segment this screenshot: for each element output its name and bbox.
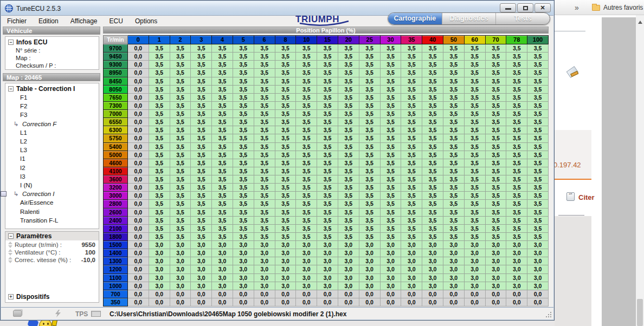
map-cell[interactable]: 3,5 xyxy=(422,44,443,53)
map-cell[interactable]: 3,5 xyxy=(359,200,381,208)
column-header-3[interactable]: 3 xyxy=(191,35,212,44)
row-header-2400[interactable]: 2400 xyxy=(103,217,128,225)
map-cell[interactable]: 3,5 xyxy=(381,61,402,69)
map-cell[interactable]: 3,5 xyxy=(317,134,338,142)
map-cell[interactable]: 0,0 xyxy=(296,298,317,307)
row-header-1800[interactable]: 1800 xyxy=(103,233,128,241)
tree-item-f3[interactable]: F3 xyxy=(8,110,96,119)
map-cell[interactable]: 3,5 xyxy=(338,102,359,110)
map-cell[interactable]: 3,5 xyxy=(275,61,297,69)
map-cell[interactable]: 0,0 xyxy=(465,290,486,298)
map-cell[interactable]: 3,5 xyxy=(506,110,527,118)
tree-item-transition-f-l[interactable]: Transition F-L xyxy=(8,216,96,225)
map-cell[interactable]: 3,5 xyxy=(317,167,338,175)
map-cell[interactable]: 0,0 xyxy=(317,290,338,298)
map-cell[interactable]: 3,5 xyxy=(359,208,381,217)
map-cell[interactable]: 3,5 xyxy=(465,110,486,118)
map-cell[interactable]: 3,5 xyxy=(359,53,381,61)
map-cell[interactable]: 3,5 xyxy=(486,61,507,69)
map-cell[interactable]: 3,0 xyxy=(381,274,402,282)
map-cell[interactable]: 3,5 xyxy=(381,102,402,110)
map-cell[interactable]: 3,5 xyxy=(317,94,338,102)
map-cell[interactable]: 3,5 xyxy=(443,143,465,151)
map-cell[interactable]: 0,0 xyxy=(401,290,422,298)
map-cell[interactable]: 3,5 xyxy=(381,69,402,77)
tree-item-f1[interactable]: F1 xyxy=(8,93,96,102)
tree-item-i2[interactable]: I2 xyxy=(8,164,96,172)
map-cell[interactable]: 3,5 xyxy=(381,200,402,208)
map-cell[interactable]: 3,5 xyxy=(465,159,486,167)
map-cell[interactable]: 3,5 xyxy=(486,208,507,217)
map-cell[interactable]: 3,5 xyxy=(527,159,549,167)
map-cell[interactable]: 3,5 xyxy=(381,77,402,86)
map-cell[interactable]: 3,5 xyxy=(338,134,359,142)
map-cell[interactable]: 3,5 xyxy=(443,200,465,208)
map-cell[interactable]: 3,5 xyxy=(170,110,191,118)
tab-cartographie[interactable]: Cartographie xyxy=(388,13,442,24)
map-cell[interactable]: 3,5 xyxy=(506,151,527,159)
map-cell[interactable]: 3,5 xyxy=(212,69,233,77)
map-cell[interactable]: 3,5 xyxy=(275,225,297,233)
map-cell[interactable]: 3,5 xyxy=(443,151,465,159)
map-cell[interactable]: 3,5 xyxy=(317,159,338,167)
map-cell[interactable]: 3,5 xyxy=(506,44,527,53)
map-cell[interactable]: 0,0 xyxy=(401,298,422,307)
tree-item-correction-f[interactable]: ↳Correction F xyxy=(8,120,96,128)
map-cell[interactable]: 3,5 xyxy=(338,44,359,53)
map-cell[interactable]: 3,5 xyxy=(233,208,254,217)
map-cell[interactable]: 3,5 xyxy=(317,208,338,217)
map-cell[interactable]: 3,5 xyxy=(296,151,317,159)
map-cell[interactable]: 3,0 xyxy=(338,282,359,290)
map-cell[interactable]: 3,5 xyxy=(275,53,297,61)
map-cell[interactable]: 3,0 xyxy=(254,282,275,290)
map-cell[interactable]: 3,5 xyxy=(506,159,527,167)
map-cell[interactable]: 3,5 xyxy=(381,53,402,61)
map-cell[interactable]: 3,5 xyxy=(486,143,507,151)
map-cell[interactable]: 3,5 xyxy=(149,143,170,151)
map-cell[interactable]: 3,5 xyxy=(296,217,317,225)
map-cell[interactable]: 3,5 xyxy=(212,167,233,175)
map-cell[interactable]: 3,5 xyxy=(465,233,486,241)
map-cell[interactable]: 3,5 xyxy=(422,175,443,184)
map-cell[interactable]: 3,5 xyxy=(506,167,527,175)
map-cell[interactable]: 3,5 xyxy=(317,53,338,61)
map-cell[interactable]: 3,5 xyxy=(254,118,275,126)
resize-grip-icon[interactable] xyxy=(546,312,551,317)
map-cell[interactable]: 3,5 xyxy=(527,151,549,159)
map-cell[interactable]: 3,0 xyxy=(233,274,254,282)
map-cell[interactable]: 3,5 xyxy=(317,225,338,233)
map-cell[interactable]: 3,5 xyxy=(233,175,254,184)
map-cell[interactable]: 3,5 xyxy=(443,53,465,61)
map-cell[interactable]: 3,5 xyxy=(296,225,317,233)
column-header-2[interactable]: 2 xyxy=(170,35,191,44)
map-cell[interactable]: 3,0 xyxy=(401,241,422,249)
map-cell[interactable]: 3,0 xyxy=(465,257,486,265)
map-cell[interactable]: 3,5 xyxy=(506,126,527,134)
map-cell[interactable]: 3,5 xyxy=(191,217,212,225)
map-cell[interactable]: 3,5 xyxy=(401,77,422,86)
close-button[interactable]: ✕ xyxy=(534,3,551,12)
tree-item-air-essence[interactable]: Air/Essence xyxy=(8,198,96,207)
map-cell[interactable]: 3,0 xyxy=(254,265,275,273)
map-cell[interactable]: 3,5 xyxy=(191,118,212,126)
map-cell[interactable]: 0,0 xyxy=(128,69,149,77)
map-cell[interactable]: 3,5 xyxy=(275,44,297,53)
map-cell[interactable]: 3,5 xyxy=(212,233,233,241)
map-cell[interactable]: 3,5 xyxy=(338,118,359,126)
map-cell[interactable]: 3,5 xyxy=(465,86,486,94)
map-cell[interactable]: 3,5 xyxy=(149,126,170,134)
map-cell[interactable]: 3,5 xyxy=(296,184,317,192)
map-cell[interactable]: 3,5 xyxy=(233,61,254,69)
map-cell[interactable]: 3,5 xyxy=(338,94,359,102)
map-cell[interactable]: 3,5 xyxy=(296,94,317,102)
map-cell[interactable]: 3,5 xyxy=(381,192,402,200)
row-header-6300[interactable]: 6300 xyxy=(103,126,128,134)
map-cell[interactable]: 3,5 xyxy=(465,167,486,175)
map-cell[interactable]: 0,0 xyxy=(128,134,149,142)
map-cell[interactable]: 3,5 xyxy=(401,69,422,77)
map-cell[interactable]: 3,0 xyxy=(486,249,507,257)
map-cell[interactable]: 3,5 xyxy=(381,118,402,126)
map-cell[interactable]: 3,0 xyxy=(338,241,359,249)
map-cell[interactable]: 3,5 xyxy=(296,159,317,167)
map-cell[interactable]: 3,5 xyxy=(170,159,191,167)
